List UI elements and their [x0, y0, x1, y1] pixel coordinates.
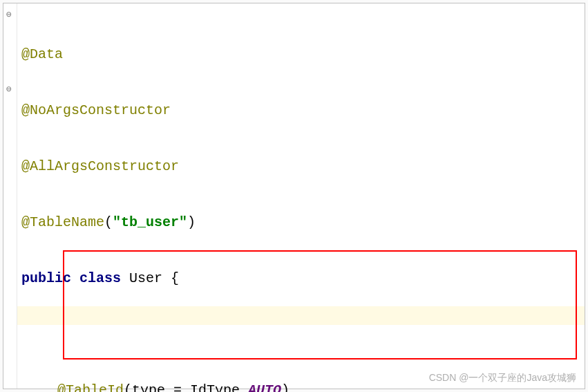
annotation: @NoArgsConstructor — [21, 102, 171, 118]
watermark: CSDN @一个双子座的Java攻城狮 — [429, 372, 576, 384]
code-line — [21, 325, 585, 344]
code-line: @TableName("tb_user") — [21, 213, 585, 232]
brace: { — [171, 270, 179, 286]
code-line: public class User { — [21, 269, 585, 288]
editor-frame: ⊖ ⊖ @Data @NoArgsConstructor @AllArgsCon… — [3, 3, 585, 389]
code-line: @NoArgsConstructor — [21, 101, 585, 120]
param: type — [132, 382, 165, 392]
enum-constant: AUTO — [248, 382, 281, 392]
current-line-highlight — [3, 306, 585, 325]
paren: ) — [187, 214, 196, 230]
code-line: @AllArgsConstructor — [21, 157, 585, 176]
string-literal: "tb_user" — [113, 214, 187, 230]
keyword: public — [21, 270, 71, 286]
annotation: @Data — [21, 46, 63, 62]
keyword: class — [79, 270, 121, 286]
annotation: @TableId — [57, 382, 124, 392]
annotation: @TableName — [21, 214, 104, 230]
fold-icon[interactable]: ⊖ — [6, 85, 12, 94]
code-area[interactable]: @Data @NoArgsConstructor @AllArgsConstru… — [3, 3, 585, 392]
annotation: @AllArgsConstructor — [21, 158, 179, 174]
paren: ( — [104, 214, 113, 230]
operator: = — [165, 382, 190, 392]
fold-icon[interactable]: ⊖ — [6, 10, 12, 19]
gutter: ⊖ ⊖ — [3, 3, 17, 389]
code-line: @Data — [21, 45, 585, 64]
paren: ( — [124, 382, 132, 392]
type-ref: IdType — [190, 382, 240, 392]
class-name: User — [129, 270, 162, 286]
paren: ) — [281, 382, 290, 392]
dot: . — [240, 382, 248, 392]
